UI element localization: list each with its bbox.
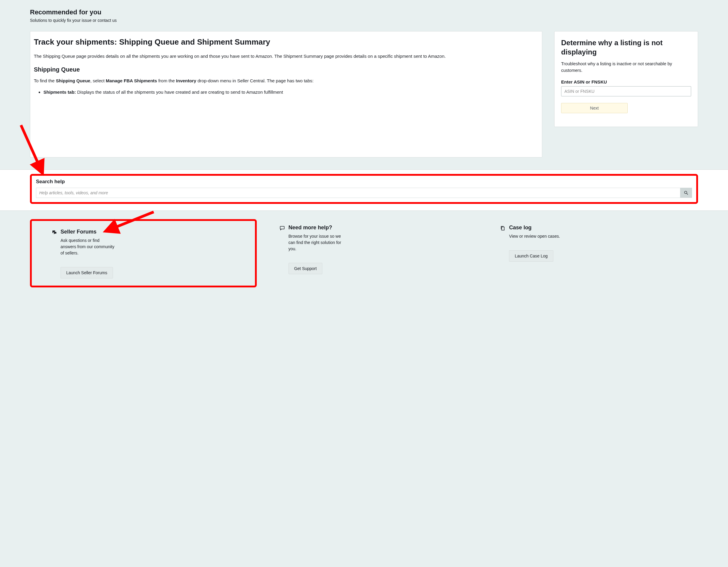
search-help-highlight: Search help	[30, 174, 698, 204]
shipments-intro: The Shipping Queue page provides details…	[34, 53, 536, 60]
search-icon	[684, 191, 688, 195]
listing-desc: Troubleshoot why a listing is inactive o…	[561, 61, 691, 74]
forums-title: Seller Forums	[61, 229, 96, 235]
launch-seller-forums-button[interactable]: Launch Seller Forums	[61, 267, 113, 279]
next-button[interactable]: Next	[561, 103, 628, 113]
caselog-title: Case log	[509, 225, 531, 231]
get-support-button[interactable]: Get Support	[289, 263, 323, 274]
help-options-section: Seller Forums Ask questions or find answ…	[0, 211, 728, 302]
asin-input[interactable]	[561, 86, 691, 96]
recommended-title: Recommended for you	[30, 8, 698, 16]
need-help-desc: Browse for your issue so we can find the…	[265, 233, 343, 252]
caselog-desc: View or review open cases.	[486, 233, 564, 240]
shipments-scroll[interactable]: Track your shipments: Shipping Queue and…	[30, 31, 542, 157]
recommended-section: Recommended for you Solutions to quickly…	[0, 0, 728, 170]
shipping-queue-find: To find the Shipping Queue, select Manag…	[34, 77, 536, 84]
card-case-log: Case log View or review open cases. Laun…	[486, 219, 698, 287]
search-button[interactable]	[680, 188, 692, 198]
chat-icon	[280, 225, 285, 231]
svg-rect-6	[280, 226, 284, 229]
shipping-queue-tabs-list: Shipments tab: Displays the status of al…	[34, 89, 536, 96]
asin-label: Enter ASIN or FNSKU	[561, 79, 691, 84]
launch-case-log-button[interactable]: Launch Case Log	[509, 250, 553, 262]
copy-icon	[500, 225, 505, 231]
card-seller-forums: Seller Forums Ask questions or find answ…	[30, 219, 257, 287]
search-help-section: Search help	[0, 170, 728, 211]
list-item: Shipments tab: Displays the status of al…	[43, 89, 536, 96]
shipping-queue-heading: Shipping Queue	[34, 66, 536, 73]
listing-title: Determine why a listing is not displayin…	[561, 38, 691, 57]
card-need-more-help: Need more help? Browse for your issue so…	[265, 219, 478, 287]
card-track-shipments: Track your shipments: Shipping Queue and…	[30, 31, 542, 158]
forums-desc: Ask questions or find answers from our c…	[37, 238, 115, 256]
search-input[interactable]	[36, 188, 680, 198]
shipments-title: Track your shipments: Shipping Queue and…	[34, 37, 536, 47]
need-help-title: Need more help?	[289, 225, 332, 231]
search-help-title: Search help	[36, 179, 692, 185]
card-listing-not-displaying: Determine why a listing is not displayin…	[554, 31, 698, 127]
forums-icon	[52, 229, 57, 235]
recommended-subtitle: Solutions to quickly fix your issue or c…	[30, 18, 698, 23]
svg-point-2	[685, 191, 687, 194]
svg-rect-7	[502, 227, 505, 230]
svg-line-3	[687, 194, 688, 195]
